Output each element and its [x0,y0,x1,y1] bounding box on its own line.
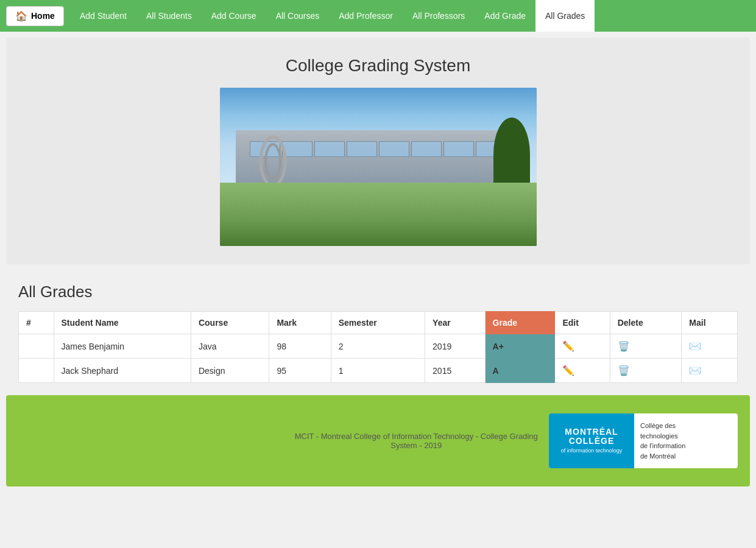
edit-icon[interactable]: ✏️ [562,341,574,351]
window [314,141,345,156]
svg-point-1 [266,144,280,178]
home-label: Home [31,11,55,21]
col-header-student-name: Student Name [54,312,191,334]
col-header-course: Course [191,312,269,334]
logo-sub: of information technology [561,448,623,454]
nav-link-add-course[interactable]: Add Course [202,0,266,32]
cell-mark: 98 [269,334,331,359]
home-icon: 🏠 [15,10,27,22]
cell-course: Java [191,334,269,359]
edit-icon[interactable]: ✏️ [562,365,574,376]
delete-icon[interactable]: 🗑️ [618,365,630,376]
nav-links: Add StudentAll StudentsAdd CourseAll Cou… [70,0,595,32]
nav-link-all-courses[interactable]: All Courses [266,0,330,32]
nav-link-add-grade[interactable]: Add Grade [475,0,535,32]
window [379,141,409,156]
cell-delete: 🗑️ [610,359,682,383]
road-decoration [220,186,537,246]
header-row: #Student NameCourseMarkSemesterYearGrade… [19,312,738,334]
col-header-delete: Delete [610,312,682,334]
footer-logo: MONTRÉALCOLLÈGE of information technolog… [549,413,738,468]
footer-text: MCIT - Montreal College of Information T… [284,432,549,450]
cell-grade: A+ [485,334,555,359]
logo-right-text: Collège des technologies de l'informatio… [634,416,691,466]
col-header-grade: Grade [485,312,555,334]
cell-semester: 2 [331,334,425,359]
mail-icon[interactable]: ✉️ [689,341,701,351]
windows-decoration [250,141,506,156]
col-header-mail: Mail [682,312,738,334]
delete-icon[interactable]: 🗑️ [618,341,630,351]
table-row: Jack ShephardDesign9512015A✏️🗑️✉️ [19,359,738,383]
cell-grade: A [485,359,555,383]
cell-num [19,359,54,383]
logo-line1: Collège des [640,421,685,431]
table-body: James BenjaminJava9822019A+✏️🗑️✉️Jack Sh… [19,334,738,383]
logo-line3: de l'information [640,441,685,451]
nav-link-all-grades[interactable]: All Grades [535,0,595,32]
cell-mail: ✉️ [682,359,738,383]
logo-line2: technologies [640,431,685,441]
navbar: 🏠 Home Add StudentAll StudentsAdd Course… [0,0,756,32]
cell-mail: ✉️ [682,334,738,359]
footer: MCIT - Montreal College of Information T… [6,395,750,487]
home-button[interactable]: 🏠 Home [6,6,64,26]
col-header-semester: Semester [331,312,425,334]
nav-link-all-professors[interactable]: All Professors [403,0,475,32]
cell-mark: 95 [269,359,331,383]
table-header: #Student NameCourseMarkSemesterYearGrade… [19,312,738,334]
table-row: James BenjaminJava9822019A+✏️🗑️✉️ [19,334,738,359]
logo-left: MONTRÉALCOLLÈGE of information technolog… [549,413,634,468]
hero-image [220,88,537,246]
tree-decoration [493,118,530,191]
hero-section: College Grading System [6,38,750,264]
window [411,141,442,156]
grades-section: All Grades #Student NameCourseMarkSemest… [0,270,756,395]
nav-link-all-students[interactable]: All Students [136,0,202,32]
cell-student_name: Jack Shephard [54,359,191,383]
cell-year: 2019 [425,334,486,359]
cell-delete: 🗑️ [610,334,682,359]
sculpture-decoration [258,134,288,189]
mail-icon[interactable]: ✉️ [689,365,701,376]
col-header-edit: Edit [555,312,610,334]
cell-course: Design [191,359,269,383]
grades-table: #Student NameCourseMarkSemesterYearGrade… [18,311,738,383]
hero-title: College Grading System [286,56,470,76]
cell-edit: ✏️ [555,334,610,359]
col-header-#: # [19,312,54,334]
nav-link-add-professor[interactable]: Add Professor [329,0,403,32]
col-header-mark: Mark [269,312,331,334]
section-title: All Grades [18,283,738,301]
window [347,141,377,156]
cell-num [19,334,54,359]
cell-semester: 1 [331,359,425,383]
logo-line4: de Montréal [640,451,685,462]
col-header-year: Year [425,312,486,334]
logo-college-name: MONTRÉALCOLLÈGE [561,427,623,446]
window [443,141,474,156]
nav-link-add-student[interactable]: Add Student [70,0,136,32]
cell-year: 2015 [425,359,486,383]
cell-edit: ✏️ [555,359,610,383]
cell-student_name: James Benjamin [54,334,191,359]
